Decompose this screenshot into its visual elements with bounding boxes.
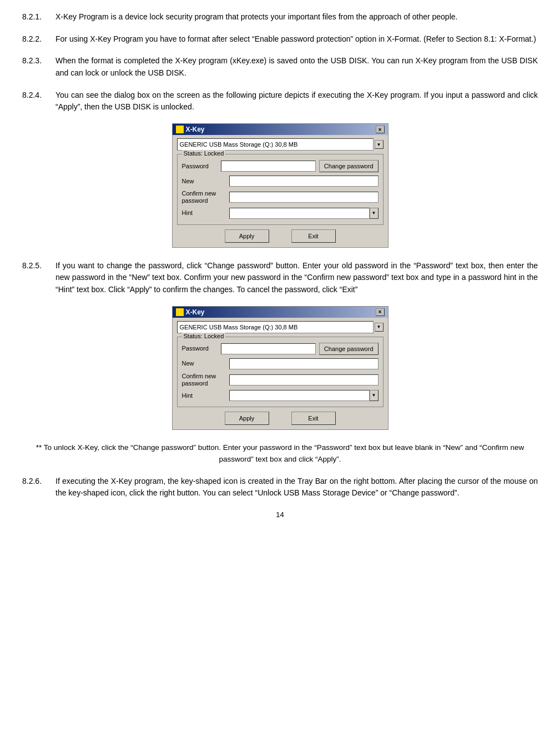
xkey-title-icon-1	[176, 126, 184, 133]
xkey-groupbox-1: Status: Locked Password Change password …	[177, 154, 384, 224]
xkey-hint-input-2[interactable]	[229, 390, 370, 401]
xkey-confirm-label-1: Confirm newpassword	[182, 190, 229, 204]
section-826: 8.2.6. If executing the X-Key program, t…	[22, 475, 538, 499]
xkey-hint-input-1[interactable]	[229, 208, 370, 219]
section-body-824: You can see the dialog box on the screen…	[56, 89, 538, 113]
xkey-dropdown-row-1: GENERIC USB Mass Storage (Q:) 30,8 MB ▼	[177, 138, 384, 151]
xkey-titlebar-2: X-Key ×	[173, 307, 388, 318]
xkey-dropdown-2[interactable]: GENERIC USB Mass Storage (Q:) 30,8 MB	[177, 321, 374, 333]
xkey-hint-scroll-2[interactable]: ▼	[370, 390, 379, 401]
xkey-confirm-row-1: Confirm newpassword	[182, 190, 379, 204]
section-body-821: X-Key Program is a device lock security …	[56, 11, 538, 23]
xkey-confirm-label-2: Confirm newpassword	[182, 373, 229, 387]
section-number-822: 8.2.2.	[22, 33, 56, 46]
dialog2-container: X-Key × GENERIC USB Mass Storage (Q:) 30…	[22, 306, 538, 430]
xkey-buttons-1: Apply Exit	[177, 229, 384, 243]
section-821: 8.2.1. X-Key Program is a device lock se…	[22, 11, 538, 23]
xkey-title-text-1: X-Key	[186, 126, 205, 133]
xkey-new-input-1[interactable]	[229, 176, 379, 187]
xkey-dropdown-arrow-1[interactable]: ▼	[375, 140, 384, 149]
xkey-close-btn-2[interactable]: ×	[376, 308, 385, 316]
section-body-822: For using X-Key Program you have to form…	[56, 33, 538, 46]
xkey-password-row-2: Password Change password	[182, 343, 379, 355]
xkey-dropdown-value-1: GENERIC USB Mass Storage (Q:) 30,8 MB	[180, 141, 298, 148]
titlebar-left-1: X-Key	[176, 126, 205, 133]
section-body-825: If you want to change the password, clic…	[56, 260, 538, 296]
xkey-hint-label-1: Hint	[182, 209, 229, 217]
double-star-note: ** To unlock X-Key, click the “Change pa…	[22, 442, 538, 465]
xkey-password-label-1: Password	[182, 162, 221, 170]
xkey-new-label-2: New	[182, 359, 229, 367]
xkey-exit-btn-1[interactable]: Exit	[291, 229, 336, 243]
section-number-825: 8.2.5.	[22, 260, 56, 296]
section-823: 8.2.3. When the format is completed the …	[22, 55, 538, 79]
xkey-apply-btn-2[interactable]: Apply	[225, 412, 269, 425]
page-number: 14	[22, 510, 538, 519]
xkey-password-input-2[interactable]	[221, 343, 316, 354]
xkey-title-icon-2	[176, 308, 184, 316]
xkey-hint-row-1: Hint ▼	[182, 208, 379, 219]
xkey-hint-scroll-1[interactable]: ▼	[370, 208, 379, 219]
xkey-new-row-2: New	[182, 358, 379, 369]
svg-line-3	[180, 312, 183, 315]
xkey-new-label-1: New	[182, 177, 229, 185]
xkey-groupbox-2: Status: Locked Password Change password …	[177, 337, 384, 407]
xkey-title-text-2: X-Key	[186, 308, 205, 316]
xkey-groupbox-label-2: Status: Locked	[182, 333, 226, 339]
xkey-titlebar-1: X-Key ×	[173, 124, 388, 135]
dialog1-container: X-Key × GENERIC USB Mass Storage (Q:) 30…	[22, 123, 538, 247]
xkey-dropdown-arrow-2[interactable]: ▼	[375, 323, 384, 332]
xkey-close-btn-1[interactable]: ×	[376, 126, 385, 133]
section-body-823: When the format is completed the X-Key p…	[56, 55, 538, 79]
xkey-confirm-input-2[interactable]	[229, 374, 379, 385]
xkey-exit-btn-2[interactable]: Exit	[291, 412, 336, 425]
xkey-change-password-btn-2[interactable]: Change password	[319, 343, 379, 355]
section-number-826: 8.2.6.	[22, 475, 56, 499]
xkey-dialog-1: X-Key × GENERIC USB Mass Storage (Q:) 30…	[172, 123, 389, 247]
xkey-password-label-2: Password	[182, 344, 221, 352]
section-824: 8.2.4. You can see the dialog box on the…	[22, 89, 538, 113]
section-822: 8.2.2. For using X-Key Program you have …	[22, 33, 538, 46]
section-number-824: 8.2.4.	[22, 89, 56, 113]
section-number-823: 8.2.3.	[22, 55, 56, 79]
xkey-body-1: GENERIC USB Mass Storage (Q:) 30,8 MB ▼ …	[173, 135, 388, 247]
xkey-body-2: GENERIC USB Mass Storage (Q:) 30,8 MB ▼ …	[173, 318, 388, 429]
xkey-groupbox-label-1: Status: Locked	[182, 150, 226, 157]
xkey-new-row-1: New	[182, 176, 379, 187]
xkey-password-input-1[interactable]	[221, 161, 316, 172]
xkey-dropdown-row-2: GENERIC USB Mass Storage (Q:) 30,8 MB ▼	[177, 321, 384, 333]
xkey-dialog-2: X-Key × GENERIC USB Mass Storage (Q:) 30…	[172, 306, 389, 430]
svg-line-1	[180, 129, 183, 132]
xkey-dropdown-1[interactable]: GENERIC USB Mass Storage (Q:) 30,8 MB	[177, 138, 374, 151]
xkey-buttons-2: Apply Exit	[177, 412, 384, 425]
xkey-hint-row-2: Hint ▼	[182, 390, 379, 401]
titlebar-left-2: X-Key	[176, 308, 205, 316]
xkey-change-password-btn-1[interactable]: Change password	[319, 160, 379, 172]
xkey-apply-btn-1[interactable]: Apply	[225, 229, 269, 243]
section-number-821: 8.2.1.	[22, 11, 56, 23]
xkey-hint-label-2: Hint	[182, 392, 229, 399]
xkey-password-row-1: Password Change password	[182, 160, 379, 172]
xkey-new-input-2[interactable]	[229, 358, 379, 369]
xkey-dropdown-value-2: GENERIC USB Mass Storage (Q:) 30,8 MB	[180, 324, 298, 331]
section-body-826: If executing the X-Key program, the key-…	[56, 475, 538, 499]
section-825: 8.2.5. If you want to change the passwor…	[22, 260, 538, 296]
xkey-confirm-input-1[interactable]	[229, 192, 379, 203]
xkey-confirm-row-2: Confirm newpassword	[182, 373, 379, 387]
